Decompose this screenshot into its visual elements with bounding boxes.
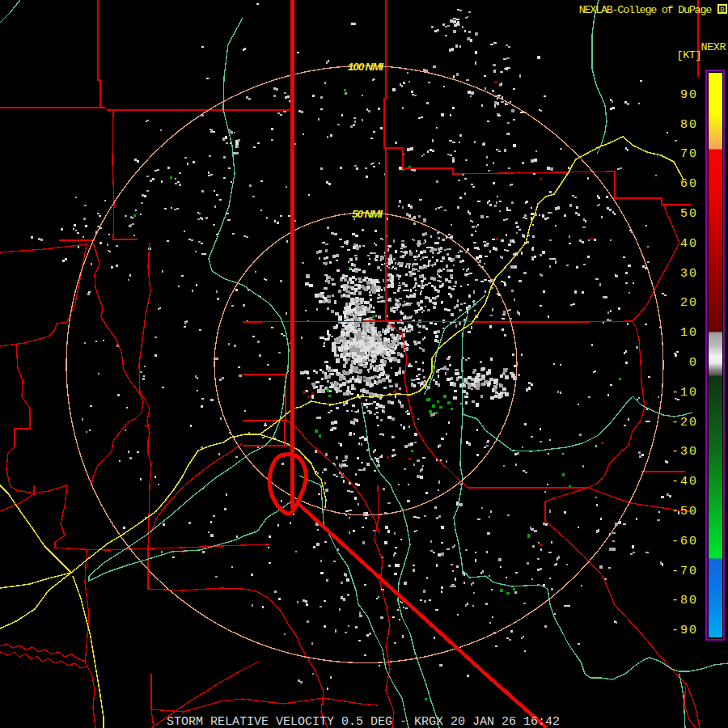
svg-text:STORM RELATIVE VELOCITY 0.5 DE: STORM RELATIVE VELOCITY 0.5 DEG - KRGX 2…: [167, 715, 560, 728]
svg-text:R: R: [720, 6, 725, 15]
svg-text:0: 0: [689, 356, 698, 370]
svg-text:-10: -10: [671, 386, 698, 400]
svg-text:70: 70: [680, 147, 698, 161]
svg-text:-90: -90: [671, 624, 698, 637]
svg-text:-50: -50: [671, 505, 698, 518]
svg-text:-20: -20: [671, 416, 698, 430]
svg-text:-80: -80: [671, 594, 698, 607]
svg-text:100 NMI: 100 NMI: [348, 61, 383, 73]
svg-text:30: 30: [680, 267, 698, 281]
svg-text:-70: -70: [671, 565, 698, 578]
svg-text:80: 80: [680, 118, 698, 132]
svg-text:-60: -60: [671, 535, 698, 548]
svg-text:NEXR: NEXR: [701, 41, 726, 53]
svg-text:60: 60: [680, 177, 698, 191]
svg-text:50 NMI: 50 NMI: [352, 208, 383, 220]
svg-text:50: 50: [680, 207, 698, 221]
svg-text:NEXLAB-College of DuPage: NEXLAB-College of DuPage: [579, 4, 712, 16]
svg-text:10: 10: [680, 326, 698, 340]
svg-text:-40: -40: [671, 475, 698, 489]
svg-text:-30: -30: [671, 445, 698, 459]
svg-text:20: 20: [680, 296, 698, 310]
svg-text:40: 40: [680, 237, 698, 251]
svg-text:[KT]: [KT]: [677, 49, 701, 61]
svg-text:90: 90: [680, 88, 698, 102]
